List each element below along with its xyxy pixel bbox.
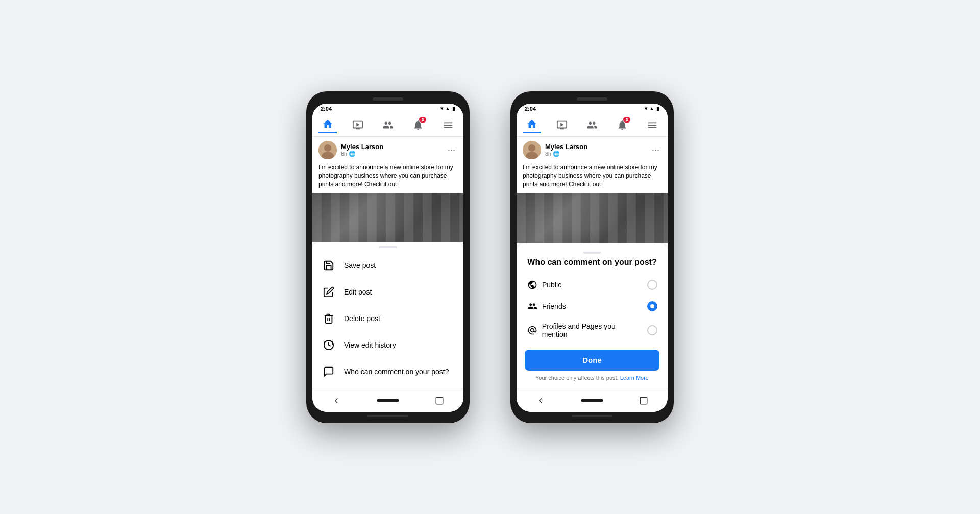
phone-bottom-bar-left <box>312 415 463 417</box>
nav-bottom-right <box>517 389 668 412</box>
nav-menu-right[interactable] <box>643 117 662 133</box>
square-button-left[interactable] <box>432 394 447 408</box>
nav-video-left[interactable] <box>349 117 367 133</box>
post-header-right: Myles Larson 8h 🌐 ··· <box>517 137 668 163</box>
post-text-right: I'm excited to announce a new online sto… <box>517 163 668 193</box>
svg-rect-6 <box>436 397 444 404</box>
status-bar-left: 2:04 ▾ ▲ ▮ <box>312 104 463 114</box>
status-time-right: 2:04 <box>525 106 536 112</box>
notification-badge-left: 2 <box>419 117 426 123</box>
svg-point-1 <box>324 144 331 152</box>
avatar-right <box>523 141 541 159</box>
post-header-left: Myles Larson 8h 🌐 ··· <box>312 137 463 163</box>
square-button-right[interactable] <box>636 394 651 408</box>
crowd-image-left <box>312 193 463 242</box>
home-indicator-left[interactable] <box>377 399 399 402</box>
crowd-image-right <box>517 193 668 243</box>
post-card-left: Myles Larson 8h 🌐 ··· I'm excited to ann… <box>312 137 463 242</box>
phone-top-speaker-left <box>312 97 463 101</box>
phone-left: 2:04 ▾ ▲ ▮ 2 <box>306 91 470 423</box>
nav-home-right[interactable] <box>523 117 541 133</box>
phone-top-speaker-right <box>517 97 668 101</box>
back-button-right[interactable] <box>533 394 548 408</box>
back-button-left[interactable] <box>329 394 344 408</box>
status-icons-right: ▾ ▲ ▮ <box>645 106 659 111</box>
done-button[interactable]: Done <box>525 350 659 371</box>
radio-friends[interactable] <box>647 301 657 311</box>
post-time-left: 8h 🌐 <box>341 151 442 157</box>
post-author-left: Myles Larson <box>341 143 442 151</box>
edit-post-label: Edit post <box>344 288 372 296</box>
fb-nav-right: 2 <box>517 114 668 137</box>
learn-more-link[interactable]: Learn More <box>620 375 649 381</box>
menu-item-edit[interactable]: Edit post <box>312 279 463 305</box>
signal-icon-right: ▲ <box>649 106 654 111</box>
nav-menu-left[interactable] <box>439 117 457 133</box>
post-image-right <box>517 193 668 243</box>
wifi-icon-right: ▾ <box>645 106 647 111</box>
radio-mentions[interactable] <box>647 325 657 335</box>
wifi-icon: ▾ <box>440 106 443 111</box>
menu-item-save[interactable]: Save post <box>312 252 463 279</box>
save-post-label: Save post <box>344 261 376 270</box>
mentions-option-label: Profiles and Pages you mention <box>527 322 642 338</box>
nav-notifications-right[interactable]: 2 <box>613 117 631 133</box>
radio-option-public[interactable]: Public <box>525 274 659 296</box>
sheet-handle-right <box>583 252 601 254</box>
menu-item-comment[interactable]: Who can comment on your post? <box>312 358 463 385</box>
dialog-title: Who can comment on your post? <box>525 258 659 267</box>
battery-icon: ▮ <box>452 106 455 111</box>
post-time-right: 8h 🌐 <box>545 151 646 157</box>
more-button-right[interactable]: ··· <box>650 142 662 157</box>
menu-item-delete[interactable]: Delete post <box>312 305 463 332</box>
status-time-left: 2:04 <box>321 106 332 112</box>
phone-bottom-bar-right <box>517 415 668 417</box>
svg-rect-10 <box>641 397 648 404</box>
post-meta-right: Myles Larson 8h 🌐 <box>545 143 646 157</box>
dialog-sheet-right: Who can comment on your post? Public <box>517 243 668 389</box>
mention-icon <box>527 325 538 336</box>
post-text-left: I'm excited to announce a new online sto… <box>312 163 463 193</box>
nav-video-right[interactable] <box>553 117 571 133</box>
avatar-left <box>318 141 337 159</box>
nav-notifications-left[interactable]: 2 <box>409 117 427 133</box>
menu-item-history[interactable]: View edit history <box>312 332 463 358</box>
public-option-label: Public <box>527 279 642 290</box>
svg-point-8 <box>528 144 535 152</box>
nav-home-left[interactable] <box>318 117 337 133</box>
notification-badge-right: 2 <box>623 117 630 123</box>
save-icon <box>321 257 337 274</box>
post-image-left <box>312 193 463 242</box>
nav-bottom-left <box>312 389 463 412</box>
nav-groups-right[interactable] <box>583 117 601 133</box>
friends-icon <box>527 301 538 312</box>
post-meta-left: Myles Larson 8h 🌐 <box>341 143 442 157</box>
who-can-comment-label: Who can comment on your post? <box>344 368 449 376</box>
radio-option-friends[interactable]: Friends <box>525 296 659 317</box>
home-indicator-right[interactable] <box>581 399 603 402</box>
friends-option-label: Friends <box>527 301 642 312</box>
view-edit-history-label: View edit history <box>344 341 396 349</box>
phone-right: 2:04 ▾ ▲ ▮ 2 <box>510 91 674 423</box>
signal-icon: ▲ <box>445 106 450 111</box>
nav-groups-left[interactable] <box>379 117 397 133</box>
privacy-icon-left: 🌐 <box>349 151 356 157</box>
history-icon <box>321 337 337 353</box>
radio-public[interactable] <box>647 280 657 290</box>
phone-screen-left: 2:04 ▾ ▲ ▮ 2 <box>312 104 463 412</box>
bottom-sheet-left: Save post Edit post <box>312 242 463 389</box>
edit-icon <box>321 284 337 300</box>
privacy-icon-right: 🌐 <box>553 151 560 157</box>
status-bar-right: 2:04 ▾ ▲ ▮ <box>517 104 668 114</box>
sheet-handle-left <box>379 246 397 248</box>
battery-icon-right: ▮ <box>656 106 659 111</box>
fb-nav-left: 2 <box>312 114 463 137</box>
comment-icon <box>321 363 337 380</box>
phone-screen-right: 2:04 ▾ ▲ ▮ 2 <box>517 104 668 412</box>
post-card-right: Myles Larson 8h 🌐 ··· I'm excited to ann… <box>517 137 668 243</box>
public-icon <box>527 279 538 290</box>
delete-post-label: Delete post <box>344 314 380 323</box>
status-icons-left: ▾ ▲ ▮ <box>440 106 455 111</box>
more-button-left[interactable]: ··· <box>446 142 457 157</box>
radio-option-mentions[interactable]: Profiles and Pages you mention <box>525 317 659 344</box>
